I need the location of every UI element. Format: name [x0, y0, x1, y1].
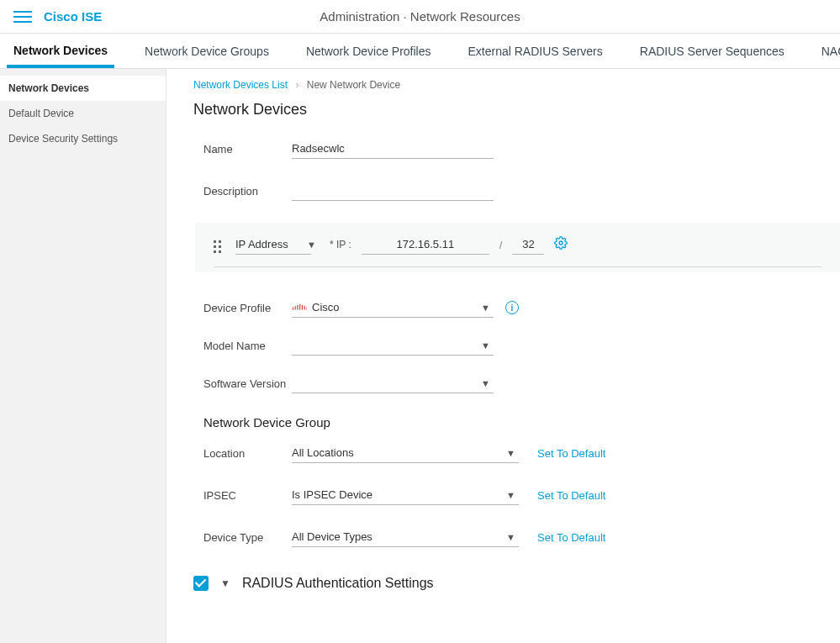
ip-type-select[interactable]: IP Address: [235, 235, 311, 255]
location-label: Location: [203, 447, 292, 463]
device-type-label: Device Type: [203, 531, 292, 547]
group-section-heading: Network Device Group: [203, 415, 840, 430]
breadcrumb-current: New Network Device: [307, 79, 400, 91]
ipsec-label: IPSEC: [203, 489, 292, 505]
radius-auth-title: RADIUS Authentication Settings: [242, 576, 434, 591]
page-title: Administration · Network Resources: [320, 9, 520, 24]
chevron-down-icon[interactable]: ▼: [220, 577, 230, 589]
device-type-select[interactable]: All Device Types: [292, 527, 519, 547]
ip-slash: /: [499, 239, 503, 255]
device-profile-value: Cisco: [312, 301, 340, 314]
set-default-location[interactable]: Set To Default: [537, 447, 605, 463]
description-label: Description: [203, 185, 292, 201]
tab-network-devices[interactable]: Network Devices: [7, 35, 114, 68]
breadcrumb: Network Devices List › New Network Devic…: [193, 79, 840, 91]
info-icon[interactable]: i: [505, 301, 519, 314]
radius-auth-section: ▼ RADIUS Authentication Settings: [193, 576, 840, 591]
tab-radius-server-sequences[interactable]: RADIUS Server Sequences: [633, 36, 791, 68]
ip-mask-input[interactable]: [512, 235, 544, 255]
tab-nac-manager[interactable]: NAC Manage: [815, 36, 840, 68]
ipsec-select[interactable]: Is IPSEC Device: [292, 485, 519, 505]
brand: Cisco ISE: [44, 9, 102, 24]
svg-point-0: [559, 241, 563, 245]
top-tabs: Network Devices Network Device Groups Ne…: [0, 34, 840, 69]
description-input[interactable]: [292, 181, 494, 201]
main-panel: Network Devices List › New Network Devic…: [166, 69, 840, 643]
software-version-label: Software Version: [203, 377, 292, 393]
model-name-label: Model Name: [203, 340, 292, 356]
cisco-logo-icon: [292, 303, 307, 312]
set-default-device-type[interactable]: Set To Default: [537, 531, 605, 547]
name-label: Name: [203, 143, 292, 159]
sidebar-item-default-device[interactable]: Default Device: [0, 101, 166, 126]
drag-handle-icon[interactable]: [214, 238, 225, 255]
radius-auth-checkbox[interactable]: [193, 576, 209, 591]
set-default-ipsec[interactable]: Set To Default: [537, 489, 605, 505]
ip-field-label: * IP :: [330, 239, 351, 255]
chevron-right-icon: ›: [295, 79, 298, 91]
ip-address-block: IP Address ▼ * IP : /: [195, 223, 840, 272]
app-header: Cisco ISE Administration · Network Resou…: [0, 0, 840, 34]
tab-network-device-profiles[interactable]: Network Device Profiles: [299, 36, 438, 68]
device-profile-select[interactable]: Cisco: [292, 298, 494, 318]
tab-external-radius-servers[interactable]: External RADIUS Servers: [462, 36, 610, 68]
ip-input[interactable]: [362, 235, 489, 255]
model-name-select[interactable]: [292, 348, 494, 356]
page-heading: Network Devices: [193, 101, 840, 119]
menu-icon[interactable]: [13, 8, 32, 26]
sidebar-item-network-devices[interactable]: Network Devices: [0, 76, 166, 101]
location-select[interactable]: All Locations: [292, 443, 519, 463]
tab-network-device-groups[interactable]: Network Device Groups: [138, 36, 276, 68]
sidebar: Network Devices Default Device Device Se…: [0, 69, 166, 643]
breadcrumb-parent[interactable]: Network Devices List: [193, 79, 288, 91]
device-profile-label: Device Profile: [203, 302, 292, 318]
gear-icon[interactable]: [554, 236, 568, 255]
sidebar-item-device-security-settings[interactable]: Device Security Settings: [0, 126, 166, 151]
software-version-select[interactable]: [292, 386, 494, 393]
name-input[interactable]: [292, 139, 494, 159]
